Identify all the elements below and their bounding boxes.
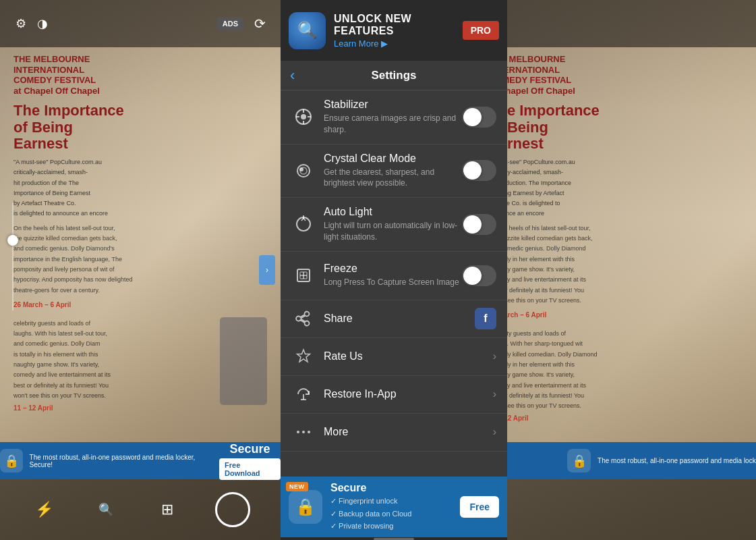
expand-arrow-left[interactable]: ›: [259, 255, 275, 285]
rate-us-chevron: ›: [493, 350, 496, 362]
auto-light-row: Auto Light Light will turn on automatica…: [281, 198, 507, 252]
show-title-right: The Importanceof BeingEarnest: [489, 103, 756, 152]
freeze-icon: [291, 263, 316, 288]
stabilizer-title: Stabilizer: [324, 99, 462, 111]
crystal-clear-subtitle: Get the clearest, sharpest, and brightes…: [324, 167, 462, 190]
scroll-bar: [374, 538, 414, 540]
restore-row[interactable]: Restore In-App ›: [281, 376, 507, 414]
settings-content: Stabilizer Ensure camera images are cris…: [281, 90, 507, 477]
promo-title: UNLOCK NEW FEATURES: [334, 13, 455, 37]
show-body-right: On the heels of his latest sell-out tour…: [489, 223, 756, 306]
svg-point-6: [297, 165, 310, 177]
ad-main-text-right: The most robust, all-in-one password and…: [598, 457, 756, 464]
svg-point-20: [308, 431, 310, 433]
pro-badge: PRO: [463, 21, 499, 40]
magnify-icon: 🔍: [297, 21, 318, 40]
contrast-icon-left[interactable]: ◑: [32, 13, 53, 34]
stabilizer-subtitle: Ensure camera images are crisp and sharp…: [324, 113, 462, 136]
camera-controls-top-right: [475, 0, 756, 47]
camera-controls-bottom-left: ⚡ 🔍 ⊞: [0, 479, 281, 540]
freeze-toggle[interactable]: [462, 265, 496, 286]
ad-banner-left[interactable]: 🔒 The most robust, all-in-one password a…: [0, 442, 281, 479]
secure-title: Secure: [330, 482, 452, 494]
svg-point-19: [302, 431, 305, 433]
show-dates-left: 26 March – 6 April: [13, 301, 267, 308]
ad-secure-icon-left: 🔒: [0, 449, 23, 473]
settings-panel: 🔍 UNLOCK NEW FEATURES Learn More ▶ PRO ‹…: [281, 0, 507, 540]
share-icon: [291, 306, 316, 331]
promo-icon: 🔍: [289, 12, 326, 49]
zoom-slider-left[interactable]: [12, 202, 13, 338]
secure-icon: 🔒: [289, 490, 322, 524]
promo-banner[interactable]: 🔍 UNLOCK NEW FEATURES Learn More ▶ PRO: [281, 0, 507, 61]
freeze-title: Freeze: [324, 263, 462, 275]
festival-title-right: THE MELBOURNEINTERNATIONALCOMEDY FESTIVA…: [489, 54, 756, 96]
ad-free-btn-left[interactable]: Free Download: [219, 458, 281, 480]
search-icon-left[interactable]: 🔍: [92, 496, 119, 523]
ad-secure-icon-right: 🔒: [567, 449, 591, 473]
gear-icon-left[interactable]: ⚙: [10, 13, 32, 34]
auto-light-title: Auto Light: [324, 206, 462, 218]
restore-icon: [291, 382, 316, 406]
festival-title-left: THE MELBOURNEINTERNATIONALCOMEDY FESTIVA…: [13, 54, 267, 96]
svg-marker-15: [297, 350, 310, 362]
svg-point-1: [301, 114, 306, 119]
diamond-desc-right: celebrity guests and loads of laughs. Wi…: [489, 329, 756, 411]
promo-subtitle: Learn More ▶: [334, 38, 455, 49]
back-button[interactable]: ‹: [290, 67, 295, 84]
person-image-left: [220, 317, 267, 405]
stabilizer-toggle[interactable]: [462, 107, 496, 128]
settings-header: ‹ Settings: [281, 61, 507, 90]
secure-free-button[interactable]: Free: [460, 496, 499, 518]
camera-shutter-left[interactable]: [215, 492, 250, 527]
secure-feature2: ✓ Backup data on Cloud: [330, 508, 452, 520]
camera-flip-icon-left[interactable]: ⟳: [249, 13, 270, 34]
stabilizer-row: Stabilizer Ensure camera images are cris…: [281, 90, 507, 144]
crystal-clear-row: Crystal Clear Mode Get the clearest, sha…: [281, 144, 507, 198]
camera-left-panel: THE MELBOURNEINTERNATIONALCOMEDY FESTIVA…: [0, 0, 281, 540]
ad-main-text-left: The most robust, all-in-one password and…: [30, 454, 212, 468]
show-dates2-right: 11 – 12 April: [489, 414, 756, 422]
more-row[interactable]: More ›: [281, 414, 507, 452]
new-badge: NEW: [286, 482, 308, 491]
stabilizer-icon: [291, 105, 316, 129]
auto-light-toggle[interactable]: [462, 214, 496, 235]
auto-light-subtitle: Light will turn on automatically in low-…: [324, 220, 462, 243]
camera-right-panel: THE MELBOURNEINTERNATIONALCOMEDY FESTIVA…: [475, 0, 756, 540]
crystal-clear-toggle[interactable]: [462, 160, 496, 181]
rate-us-label: Rate Us: [324, 350, 493, 362]
more-label: More: [324, 426, 493, 438]
lightning-icon-left[interactable]: ⚡: [31, 496, 58, 523]
show-desc-right: A must-see" PopCulture.com.au critically…: [489, 157, 756, 219]
ads-badge-left: ADS: [217, 17, 243, 30]
restore-chevron: ›: [493, 388, 496, 400]
auto-light-icon: [291, 212, 316, 236]
more-chevron: ›: [493, 426, 496, 438]
camera-controls-top-left: ⚙ ◑ ADS ⟳: [0, 0, 281, 47]
star-icon: [291, 344, 316, 369]
svg-point-18: [297, 431, 299, 433]
restore-label: Restore In-App: [324, 388, 493, 400]
settings-title: Settings: [371, 69, 416, 82]
freeze-subtitle: Long Press To Capture Screen Image: [324, 277, 462, 288]
show-desc-left: "A must-see" PopCulture.com.au criticall…: [13, 157, 267, 219]
show-body-left: On the heels of his latest sell-out tour…: [13, 223, 267, 296]
crystal-clear-title: Crystal Clear Mode: [324, 153, 462, 165]
share-row[interactable]: Share f: [281, 300, 507, 338]
show-dates2-left: 11 – 12 April: [13, 404, 267, 412]
rate-us-row[interactable]: Rate Us ›: [281, 338, 507, 376]
show-dates-right: 26 March – 6 April: [489, 311, 756, 319]
show-title-left: The Importanceof BeingEarnest: [13, 103, 267, 152]
ad-secure-label-left: Secure: [229, 442, 270, 456]
secure-banner[interactable]: NEW 🔒 Secure ✓ Fingerprint unlock ✓ Back…: [281, 477, 507, 537]
facebook-icon: f: [475, 308, 496, 329]
secure-feature3: ✓ Private browsing: [330, 520, 452, 532]
grid-icon-left[interactable]: ⊞: [154, 496, 181, 523]
share-label: Share: [324, 313, 475, 325]
secure-feature1: ✓ Fingerprint unlock: [330, 495, 452, 507]
scroll-indicator: [281, 537, 507, 540]
ad-banner-right[interactable]: 🔒 The most robust, all-in-one password a…: [475, 442, 756, 479]
crystal-clear-icon: [291, 159, 316, 183]
freeze-row: Freeze Long Press To Capture Screen Imag…: [281, 252, 507, 300]
camera-controls-bottom-right: 💾: [475, 479, 756, 540]
